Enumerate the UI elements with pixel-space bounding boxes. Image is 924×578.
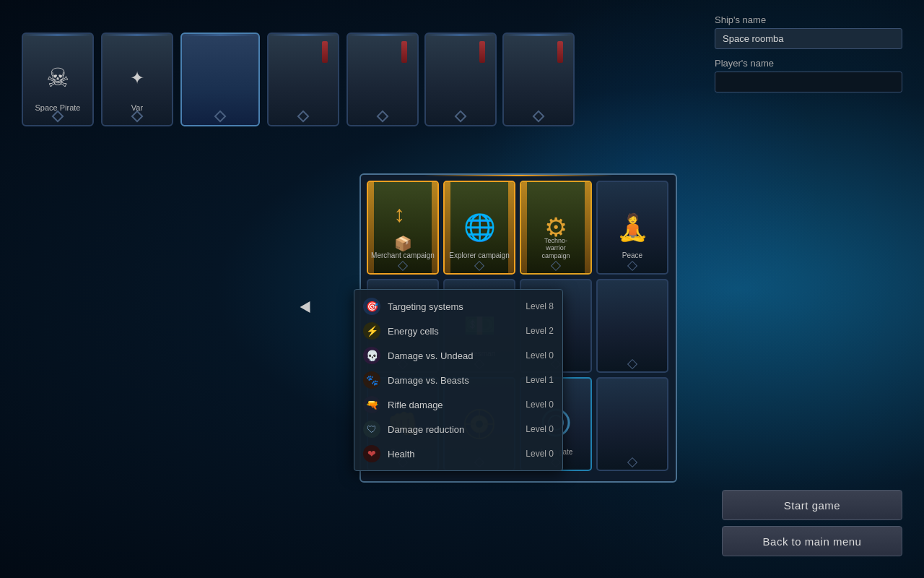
warrior-diamond [551,261,561,271]
explorer-icon: 🌐 [463,212,496,243]
tooltip-row-health[interactable]: ❤ Health Level 0 [354,441,562,466]
bonus3-diamond [533,111,545,123]
tooltip-row-damage-undead[interactable]: 💀 Damage vs. Undead Level 0 [354,343,562,368]
player-name-input[interactable] [715,72,902,92]
energy-text: Energy cells [388,326,518,337]
ship-name-label: Ship's name [715,14,902,25]
merchant-campaign-card[interactable]: ↕📦 Merchant campaign [367,181,439,275]
damage-reduction-text: Damage reduction [388,424,518,435]
damage-undead-text: Damage vs. Undead [388,350,518,361]
spaceship-diamond [131,111,144,123]
energy-level: Level 2 [526,326,554,336]
profession-card[interactable] [180,33,260,126]
tooltip-row-damage-reduction[interactable]: 🛡 Damage reduction Level 0 [354,417,562,441]
damage-undead-level: Level 0 [526,350,554,361]
damage-reduction-icon: 🛡 [363,420,380,438]
peace-icon: 🧘 [616,212,649,243]
health-icon: ❤ [363,445,380,462]
character-diamond [297,111,310,123]
right-panel: Ship's name Player's name [715,14,902,101]
ship-name-input[interactable] [715,28,902,49]
explorer-diamond [474,261,484,271]
spaceship-icon: ✦ [130,69,144,87]
health-level: Level 0 [526,449,554,459]
merchant-label: Merchant campaign [368,251,437,260]
character-card[interactable] [267,33,339,126]
techno-warrior-card[interactable]: ⚙ Techno-warriorcampaign [520,181,592,275]
peace-card[interactable]: 🧘 Peace [596,181,668,275]
peace-label: Peace [619,251,645,260]
warrior-label: Techno-warriorcampaign [539,237,572,260]
empty4-diamond [627,457,637,467]
damage-beasts-text: Damage vs. Beasts [388,375,518,386]
bonus-card-1[interactable] [346,33,419,126]
merchant-diamond [398,261,408,271]
tooltip-row-damage-beasts[interactable]: 🐾 Damage vs. Beasts Level 1 [354,368,562,392]
left-stripe [521,182,527,273]
damage-beasts-level: Level 1 [526,375,554,385]
empty3-diamond [627,359,637,369]
bonus-card-3[interactable] [502,33,575,126]
tooltip-row-targeting[interactable]: 🎯 Targeting systems Level 8 [354,294,562,319]
skills-tooltip: 🎯 Targeting systems Level 8 ⚡ Energy cel… [354,289,563,471]
empty-card-4[interactable] [596,377,668,471]
targeting-text: Targeting systems [388,301,518,312]
bottom-buttons: Start game Back to main menu [722,490,902,556]
card-diamond [52,111,64,123]
start-game-button[interactable]: Start game [722,490,902,520]
bonus2-diamond [455,111,467,123]
player-name-label: Player's name [715,58,902,69]
empty-card-3[interactable] [596,279,668,373]
damage-undead-icon: 💀 [363,347,380,364]
back-to-menu-button[interactable]: Back to main menu [722,526,902,556]
role-icon: ☠ [46,65,69,91]
merchant-icon: ↕📦 [394,201,412,254]
explorer-label: Explorer campaign [446,251,512,260]
role-card[interactable]: ☠ Space Pirate [22,33,94,126]
peace-diamond [627,261,637,271]
rifle-level: Level 0 [526,400,554,410]
profession-diamond [214,111,227,123]
bonus1-diamond [377,111,389,123]
right-stripe [585,182,590,273]
spaceship-card[interactable]: ✦ Var [101,33,173,126]
rifle-icon: 🔫 [363,396,380,413]
damage-beasts-icon: 🐾 [363,371,380,389]
targeting-icon: 🎯 [363,298,380,315]
damage-reduction-level: Level 0 [526,424,554,434]
tooltip-row-rifle[interactable]: 🔫 Rifle damage Level 0 [354,392,562,417]
health-text: Health [388,449,518,460]
rifle-text: Rifle damage [388,400,518,410]
tooltip-row-energy[interactable]: ⚡ Energy cells Level 2 [354,319,562,343]
grid-row-1: ↕📦 Merchant campaign 🌐 Explorer campaign… [367,181,670,275]
targeting-level: Level 8 [526,301,554,311]
bonus-card-2[interactable] [424,33,497,126]
explorer-campaign-card[interactable]: 🌐 Explorer campaign [443,181,515,275]
energy-icon: ⚡ [363,322,380,340]
